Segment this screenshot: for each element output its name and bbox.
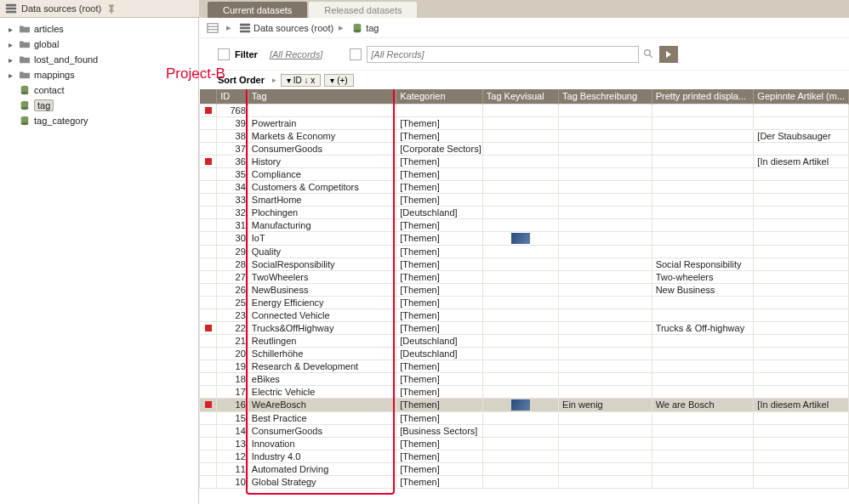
- table-row[interactable]: 23Connected Vehicle[Themen]: [200, 309, 849, 321]
- table-row[interactable]: 17Electric Vehicle[Themen]: [200, 385, 849, 398]
- red-marker-icon: [205, 158, 212, 165]
- id-cell: 10: [217, 475, 248, 488]
- tab-current-datasets[interactable]: Current datasets: [208, 2, 307, 18]
- table-row[interactable]: 34Customers & Competitors[Themen]: [200, 180, 849, 193]
- id-cell: 28: [217, 258, 248, 270]
- tree-item-mappings[interactable]: ▸mappings: [0, 67, 198, 82]
- table-row[interactable]: 37ConsumerGoods[Corporate Sectors]: [200, 142, 849, 155]
- tree-item-tag[interactable]: tag: [0, 98, 198, 113]
- main-panel: ▸ Data sources (root) ▸ tag Filter [All …: [199, 18, 849, 504]
- table-row[interactable]: 32Plochingen[Deutschland]: [200, 206, 849, 218]
- sort-chip-id[interactable]: ▾ ID ↓ x: [281, 74, 321, 87]
- col-marker[interactable]: [200, 89, 217, 104]
- tree-item-label: lost_and_found: [34, 54, 98, 65]
- table-row[interactable]: 30IoT[Themen]: [200, 231, 849, 245]
- pinned-cell: [754, 206, 849, 218]
- id-cell: 35: [217, 167, 248, 180]
- keyvisual-cell: [482, 283, 558, 296]
- marker-cell: [200, 270, 217, 283]
- search-go-button[interactable]: [659, 46, 678, 63]
- kategorien-cell: [Themen]: [396, 372, 482, 385]
- display-cell: [652, 347, 754, 360]
- filter-all-records-link[interactable]: [All Records]: [270, 49, 322, 59]
- table-row[interactable]: 14ConsumerGoods[Business Sectors]: [200, 424, 849, 437]
- tree-item-lost_and_found[interactable]: ▸lost_and_found: [0, 52, 198, 67]
- search-checkbox[interactable]: [350, 48, 362, 60]
- col-id[interactable]: ID: [217, 89, 248, 104]
- filter-checkbox[interactable]: [218, 48, 230, 60]
- display-cell: [652, 104, 754, 116]
- id-cell: 13: [217, 437, 248, 450]
- id-cell: 18: [217, 372, 248, 385]
- expand-icon[interactable]: ▸: [5, 25, 15, 34]
- table-row[interactable]: 19Research & Development[Themen]: [200, 360, 849, 372]
- breadcrumb-leaf[interactable]: tag: [366, 23, 379, 33]
- id-cell: 16: [217, 398, 248, 411]
- table-row[interactable]: 10Global Strategy[Themen]: [200, 475, 849, 488]
- tree-item-tag_category[interactable]: tag_category: [0, 113, 198, 128]
- table-row[interactable]: 35Compliance[Themen]: [200, 167, 849, 180]
- pinned-cell: [754, 385, 849, 398]
- col-display[interactable]: Pretty printed displa...: [652, 89, 754, 104]
- pin-icon[interactable]: [106, 3, 117, 14]
- col-pinned[interactable]: Gepinnte Artikel (m...: [754, 89, 849, 104]
- display-cell: [652, 411, 754, 424]
- table-row[interactable]: 38Markets & Economy[Themen][Der Staubsau…: [200, 129, 849, 142]
- table-row[interactable]: 25Energy Efficiency[Themen]: [200, 296, 849, 309]
- breadcrumb-root[interactable]: Data sources (root): [254, 23, 333, 33]
- keyvisual-cell: [482, 129, 558, 142]
- table-row[interactable]: 36History[Themen][In diesem Artikel: [200, 155, 849, 167]
- tag-cell: Customers & Competitors: [248, 180, 396, 193]
- display-cell: [652, 129, 754, 142]
- marker-cell: [200, 411, 217, 424]
- col-tag[interactable]: Tag: [248, 89, 396, 104]
- table-row[interactable]: 39Powertrain[Themen]: [200, 116, 849, 129]
- keyvisual-cell: [482, 437, 558, 450]
- table-row[interactable]: 29Quality[Themen]: [200, 245, 849, 258]
- marker-cell: [200, 283, 217, 296]
- table-row[interactable]: 20Schillerhöhe[Deutschland]: [200, 347, 849, 360]
- tag-cell: Innovation: [248, 437, 396, 450]
- table-row[interactable]: 13Innovation[Themen]: [200, 437, 849, 450]
- table-row[interactable]: 18eBikes[Themen]: [200, 372, 849, 385]
- expand-icon[interactable]: ▸: [5, 40, 15, 49]
- marker-cell: [200, 180, 217, 193]
- col-beschreibung[interactable]: Tag Beschreibung: [559, 89, 652, 104]
- tree-item-contact[interactable]: contact: [0, 82, 198, 98]
- sidebar-title: Data sources (root): [21, 3, 101, 14]
- sort-add-button[interactable]: ▾ (+): [324, 74, 353, 87]
- table-row[interactable]: 15Best Practice[Themen]: [200, 411, 849, 424]
- id-cell: 17: [217, 385, 248, 398]
- table-row[interactable]: 11Automated Driving[Themen]: [200, 462, 849, 475]
- desc-cell: [559, 116, 652, 129]
- expand-icon[interactable]: ▸: [5, 55, 15, 65]
- pinned-cell: [754, 347, 849, 360]
- tag-cell: Markets & Economy: [248, 129, 396, 142]
- svg-rect-1: [6, 8, 16, 10]
- table-row[interactable]: 768: [200, 104, 849, 116]
- search-input[interactable]: [367, 46, 639, 63]
- table-row[interactable]: 31Manufacturing[Themen]: [200, 218, 849, 231]
- table-row[interactable]: 26NewBusiness[Themen]New Business: [200, 283, 849, 296]
- tree-sidebar: ▸articles▸global▸lost_and_found▸mappings…: [0, 18, 199, 504]
- table-row[interactable]: 21Reutlingen[Deutschland]: [200, 334, 849, 347]
- col-keyvisual[interactable]: Tag Keyvisual: [482, 89, 558, 104]
- col-kategorien[interactable]: Kategorien: [396, 89, 482, 104]
- tab-released-datasets[interactable]: Released datasets: [309, 2, 417, 18]
- kategorien-cell: [Themen]: [396, 296, 482, 309]
- keyvisual-cell: [482, 116, 558, 129]
- marker-cell: [200, 334, 217, 347]
- expand-icon[interactable]: ▸: [5, 71, 15, 80]
- tree-item-articles[interactable]: ▸articles: [0, 21, 198, 37]
- table-row[interactable]: 28SocialResponsibility[Themen]Social Res…: [200, 258, 849, 270]
- data-grid[interactable]: ID Tag Kategorien Tag Keyvisual Tag Besc…: [199, 89, 849, 504]
- tag-cell: Electric Vehicle: [248, 385, 396, 398]
- table-row[interactable]: 27TwoWheelers[Themen]Two-wheelers: [200, 270, 849, 283]
- table-row[interactable]: 22Trucks&OffHighway[Themen]Trucks & Off-…: [200, 321, 849, 334]
- display-cell: Two-wheelers: [652, 270, 754, 283]
- database-icon: [19, 116, 31, 126]
- table-row[interactable]: 33SmartHome[Themen]: [200, 193, 849, 206]
- table-row[interactable]: 12Industry 4.0[Themen]: [200, 450, 849, 462]
- tree-item-global[interactable]: ▸global: [0, 37, 198, 52]
- table-row[interactable]: 16WeAreBosch[Themen]Ein wenigWe are Bosc…: [200, 398, 849, 411]
